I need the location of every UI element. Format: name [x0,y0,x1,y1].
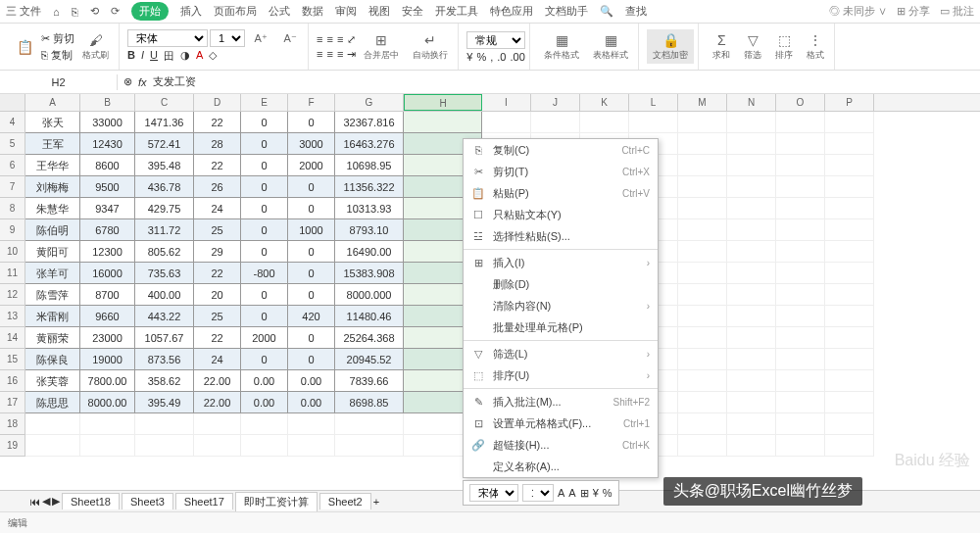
cell-empty[interactable] [776,263,825,284]
cell-empty[interactable] [678,241,727,263]
context-menu-item[interactable]: 📋粘贴(P)Ctrl+V [464,182,658,204]
cell[interactable]: 10698.95 [335,155,404,176]
cell-empty[interactable] [825,198,874,219]
col-header[interactable]: K [580,94,629,111]
cell[interactable]: 1000 [288,219,335,241]
cell-empty[interactable] [241,413,288,435]
cell-empty[interactable] [825,133,874,155]
cell[interactable]: 7800.00 [80,370,135,392]
cell-empty[interactable] [25,413,80,435]
mini-size-select[interactable]: 16 [522,484,554,502]
row-header[interactable]: 4 [0,112,25,133]
row-header[interactable]: 14 [0,327,25,349]
col-header[interactable]: A [25,94,80,111]
col-header[interactable]: C [135,94,194,111]
cell[interactable]: 22 [194,327,241,349]
comment-button[interactable]: ▭ 批注 [940,4,974,19]
row-header[interactable]: 5 [0,133,25,155]
cell-empty[interactable] [727,284,776,306]
col-header[interactable]: O [776,94,825,111]
cell-empty[interactable] [727,263,776,284]
cell-selected-col[interactable] [404,112,482,133]
row-header[interactable]: 18 [0,413,25,435]
cell[interactable]: 2000 [288,155,335,176]
cell-empty[interactable] [678,112,727,133]
cell[interactable]: 0 [241,133,288,155]
cell[interactable]: 11356.322 [335,176,404,198]
cell[interactable]: 25 [194,306,241,327]
cell[interactable]: 0 [241,241,288,263]
cell-empty[interactable] [825,176,874,198]
col-header[interactable]: D [194,94,241,111]
dec-inc-icon[interactable]: .0 [497,51,506,63]
dec-dec-icon[interactable]: .00 [510,51,524,63]
cell-empty[interactable] [135,435,194,457]
cell-empty[interactable] [825,112,874,133]
cell[interactable]: 8000.000 [335,284,404,306]
cell-empty[interactable] [825,435,874,457]
col-header[interactable]: L [629,94,678,111]
cell-empty[interactable] [776,370,825,392]
cell-empty[interactable] [678,370,727,392]
context-menu-item[interactable]: ⊡设置单元格格式(F)...Ctrl+1 [464,412,658,434]
cell[interactable]: 米雷刚 [25,306,80,327]
cell[interactable]: 395.48 [135,155,194,176]
cell[interactable]: 24 [194,349,241,370]
mini-percent-icon[interactable]: % [603,487,612,499]
tab-special[interactable]: 特色应用 [490,4,533,19]
paste-button[interactable]: 📋 [10,36,39,58]
number-format-select[interactable]: 常规 [466,31,525,49]
row-header[interactable]: 17 [0,392,25,413]
cell[interactable]: 1057.67 [135,327,194,349]
bold-button[interactable]: B [127,49,135,64]
tab-review[interactable]: 审阅 [335,4,357,19]
cell[interactable]: 24 [194,198,241,219]
tab-formula[interactable]: 公式 [269,4,290,19]
cell-empty[interactable] [678,198,727,219]
tab-data[interactable]: 数据 [302,4,323,19]
cell[interactable]: 0 [241,112,288,133]
cell-empty[interactable] [241,435,288,457]
tab-insert[interactable]: 插入 [180,4,202,19]
sort-button[interactable]: ⬚排序 [769,29,799,64]
cell[interactable]: 26 [194,176,241,198]
cell-empty[interactable] [727,198,776,219]
cell[interactable]: 22 [194,263,241,284]
fx-icon[interactable]: fx [138,76,147,88]
format-button[interactable]: ⋮格式 [801,29,830,64]
cell[interactable]: 8000.00 [80,392,135,413]
cell[interactable]: 3000 [288,133,335,155]
align-left-icon[interactable]: ≡ [317,48,322,61]
sync-status[interactable]: ◎ 未同步 ∨ [829,4,887,19]
cell-empty[interactable] [678,413,727,435]
cell[interactable]: 20 [194,284,241,306]
cell-empty[interactable] [727,370,776,392]
cell[interactable]: 0 [241,176,288,198]
cell-empty[interactable] [629,112,678,133]
cell-empty[interactable] [727,349,776,370]
cell[interactable]: 1471.36 [135,112,194,133]
tab-dev[interactable]: 开发工具 [435,4,478,19]
cell[interactable]: 400.00 [135,284,194,306]
formula-input[interactable]: 支发工资 [153,74,196,89]
cell[interactable]: 311.72 [135,219,194,241]
cell-empty[interactable] [776,176,825,198]
cell[interactable]: 0.00 [241,392,288,413]
cell-empty[interactable] [776,112,825,133]
cell-empty[interactable] [678,327,727,349]
cell-empty[interactable] [335,413,404,435]
cell-empty[interactable] [678,392,727,413]
increase-font-icon[interactable]: A⁺ [247,29,274,47]
align-center-icon[interactable]: ≡ [326,48,332,61]
cell-empty[interactable] [678,306,727,327]
align-right-icon[interactable]: ≡ [337,48,343,61]
italic-button[interactable]: I [141,49,144,64]
cell-empty[interactable] [678,133,727,155]
cell[interactable]: 0 [241,219,288,241]
cell-empty[interactable] [776,284,825,306]
cell[interactable]: 陈保良 [25,349,80,370]
cell[interactable]: 22.00 [194,392,241,413]
cell-empty[interactable] [825,370,874,392]
cell[interactable]: 0 [288,112,335,133]
cell[interactable]: 22 [194,112,241,133]
